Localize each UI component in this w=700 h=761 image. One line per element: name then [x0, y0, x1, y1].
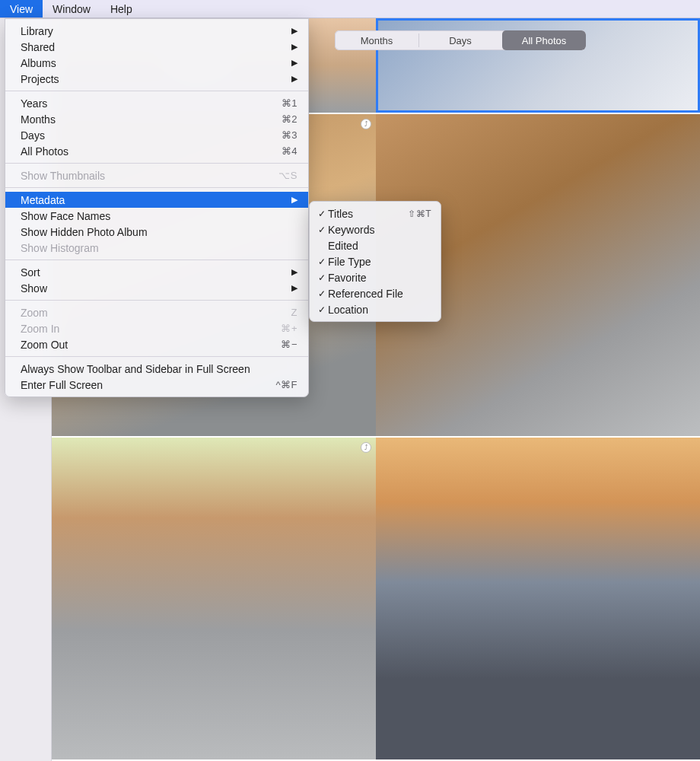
menu-item-projects[interactable]: Projects ▶: [5, 71, 308, 87]
menu-item-zoom-in: Zoom In ⌘+: [5, 320, 308, 336]
submenu-item-location[interactable]: ✓ Location: [310, 301, 441, 317]
menu-item-sort[interactable]: Sort ▶: [5, 264, 308, 280]
menu-shortcut: Z: [291, 307, 298, 318]
chevron-right-icon: ▶: [290, 74, 298, 84]
menu-item-show[interactable]: Show ▶: [5, 280, 308, 296]
menu-shortcut: ⌘4: [282, 145, 298, 157]
menu-item-label: Zoom In: [21, 323, 281, 335]
menu-item-albums[interactable]: Albums ▶: [5, 55, 308, 71]
menu-item-label: Metadata: [21, 194, 290, 206]
photo-thumbnail[interactable]: ⤴: [52, 438, 376, 759]
submenu-item-edited[interactable]: Edited: [310, 237, 441, 253]
menu-shortcut: ⌘+: [281, 323, 298, 334]
menu-item-label: Shared: [21, 41, 290, 53]
menu-shortcut: ⌘1: [282, 97, 298, 109]
tab-days[interactable]: Days: [418, 30, 502, 50]
menu-item-zoom: Zoom Z: [5, 304, 308, 320]
menu-item-label: Show Histogram: [21, 242, 298, 254]
chevron-right-icon: ▶: [290, 42, 298, 52]
menu-item-label: Zoom Out: [21, 339, 281, 351]
menu-item-show-hidden[interactable]: Show Hidden Photo Album: [5, 224, 308, 240]
photo-thumbnail[interactable]: [376, 438, 700, 759]
submenu-item-label: Referenced File: [328, 288, 431, 300]
tab-label: Months: [361, 35, 393, 46]
submenu-item-label: File Type: [328, 256, 431, 268]
menu-item-label: Sort: [21, 266, 290, 279]
menu-item-label: Albums: [21, 57, 290, 69]
submenu-item-label: Titles: [328, 208, 408, 220]
menu-item-library[interactable]: Library ▶: [5, 23, 308, 39]
check-icon: ✓: [316, 272, 328, 283]
menu-shortcut: ⇧⌘T: [408, 209, 431, 219]
chevron-right-icon: ▶: [290, 267, 298, 277]
menu-item-label: Show: [21, 282, 290, 295]
submenu-item-label: Keywords: [328, 224, 431, 236]
chevron-right-icon: ▶: [290, 26, 298, 36]
view-dropdown: Library ▶ Shared ▶ Albums ▶ Projects ▶ Y…: [5, 18, 309, 397]
menu-item-label: Library: [21, 25, 290, 37]
chevron-right-icon: ▶: [290, 58, 298, 68]
menu-item-label: Projects: [21, 73, 290, 85]
menu-separator: [5, 163, 308, 164]
menu-item-all-photos[interactable]: All Photos ⌘4: [5, 143, 308, 159]
menu-separator: [5, 260, 308, 260]
menu-item-label: Days: [21, 129, 282, 142]
menu-separator: [5, 300, 308, 301]
menu-separator: [5, 356, 308, 357]
menu-label: Help: [110, 3, 132, 15]
tab-label: Days: [449, 35, 472, 46]
tab-months[interactable]: Months: [335, 30, 418, 50]
tab-label: All Photos: [522, 35, 567, 46]
submenu-item-label: Favorite: [328, 272, 431, 284]
menu-item-label: Zoom: [21, 307, 291, 319]
menu-item-show-histogram: Show Histogram: [5, 240, 308, 256]
tab-all-photos[interactable]: All Photos: [502, 30, 586, 50]
menu-item-label: Show Face Names: [21, 210, 298, 222]
menu-help[interactable]: Help: [100, 0, 142, 18]
chevron-right-icon: ▶: [290, 283, 298, 293]
check-icon: ✓: [316, 256, 328, 267]
menu-item-label: All Photos: [21, 145, 282, 158]
menu-item-enter-full-screen[interactable]: Enter Full Screen ^⌘F: [5, 377, 308, 393]
menu-item-metadata[interactable]: Metadata ▶: [5, 192, 308, 208]
menu-item-label: Years: [21, 97, 282, 110]
referenced-badge-icon: ⤴: [361, 442, 371, 453]
menu-item-always-toolbar[interactable]: Always Show Toolbar and Sidebar in Full …: [5, 361, 308, 377]
referenced-badge-icon: ⤴: [361, 119, 371, 129]
menu-item-show-face-names[interactable]: Show Face Names: [5, 208, 308, 224]
submenu-item-titles[interactable]: ✓ Titles ⇧⌘T: [310, 205, 441, 221]
check-icon: ✓: [316, 224, 328, 235]
menu-item-zoom-out[interactable]: Zoom Out ⌘−: [5, 336, 308, 352]
menu-item-label: Always Show Toolbar and Sidebar in Full …: [21, 363, 298, 375]
menu-item-days[interactable]: Days ⌘3: [5, 127, 308, 143]
view-mode-tabs: Months Days All Photos: [335, 30, 586, 50]
check-icon: ✓: [316, 304, 328, 315]
menu-item-label: Show Hidden Photo Album: [21, 226, 298, 238]
submenu-item-label: Edited: [328, 240, 431, 252]
menu-item-show-thumbnails: Show Thumbnails ⌥S: [5, 167, 308, 183]
menu-shortcut: ⌘−: [281, 339, 298, 350]
menu-shortcut: ⌥S: [278, 170, 298, 181]
menu-shortcut: ^⌘F: [275, 379, 298, 390]
check-icon: ✓: [316, 288, 328, 299]
menu-item-shared[interactable]: Shared ▶: [5, 39, 308, 55]
menubar: View Window Help: [0, 0, 700, 18]
menu-item-label: Show Thumbnails: [21, 170, 278, 182]
menu-item-label: Enter Full Screen: [21, 379, 275, 391]
chevron-right-icon: ▶: [290, 195, 298, 205]
menu-view[interactable]: View: [0, 0, 43, 18]
submenu-item-favorite[interactable]: ✓ Favorite: [310, 269, 441, 285]
menu-separator: [5, 187, 308, 188]
menu-separator: [5, 91, 308, 91]
submenu-item-keywords[interactable]: ✓ Keywords: [310, 221, 441, 237]
menu-window[interactable]: Window: [43, 0, 100, 18]
menu-item-months[interactable]: Months ⌘2: [5, 111, 308, 127]
menu-item-label: Months: [21, 113, 282, 126]
submenu-item-file-type[interactable]: ✓ File Type: [310, 253, 441, 269]
menu-item-years[interactable]: Years ⌘1: [5, 95, 308, 111]
submenu-item-referenced-file[interactable]: ✓ Referenced File: [310, 285, 441, 301]
check-icon: ✓: [316, 209, 328, 219]
menu-shortcut: ⌘3: [282, 129, 298, 141]
menu-shortcut: ⌘2: [282, 113, 298, 125]
submenu-item-label: Location: [328, 304, 431, 316]
